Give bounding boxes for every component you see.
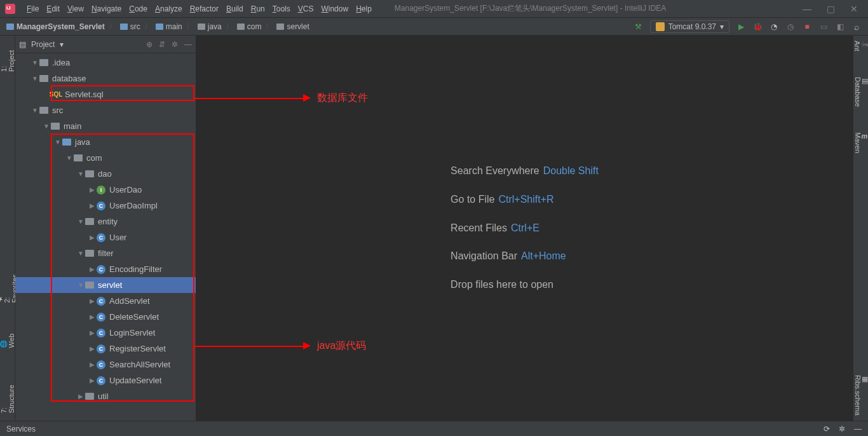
pkg-icon (85, 282, 94, 289)
tree-row[interactable]: CUserDaoImpl (15, 198, 196, 214)
tree-row[interactable]: com (15, 150, 196, 166)
tree-row[interactable]: IUserDao (15, 182, 196, 198)
breadcrumb-item[interactable]: ManagerSystem_Servlet (6, 22, 105, 31)
status-restore-icon[interactable]: ⟳ (824, 425, 830, 433)
build-icon[interactable]: ⚒ (634, 22, 644, 32)
tree-arrow-icon[interactable] (76, 393, 85, 400)
tree-row[interactable]: dao (15, 166, 196, 182)
menu-help[interactable]: Help (352, 4, 376, 13)
tree-row[interactable]: util (15, 388, 196, 404)
menu-refactor[interactable]: Refactor (186, 4, 222, 13)
maximize-button[interactable]: ▢ (827, 4, 835, 14)
tree-arrow-icon[interactable] (88, 266, 97, 273)
tree-arrow-icon[interactable] (76, 218, 85, 225)
tree-row[interactable]: SQLServlet.sql (15, 86, 196, 102)
tab-structure[interactable]: 7: Structure (0, 376, 15, 416)
tree-row[interactable]: main (15, 118, 196, 134)
tree-label: Servlet.sql (65, 90, 104, 99)
menu-build[interactable]: Build (222, 4, 247, 13)
tree-row[interactable]: servlet (15, 277, 196, 293)
tree-arrow-icon[interactable] (88, 202, 97, 209)
tab-ant[interactable]: Ant (853, 41, 869, 51)
layout2-icon[interactable]: ◧ (835, 22, 845, 32)
locate-icon[interactable]: ⊕ (146, 40, 153, 49)
tree-arrow-icon[interactable] (88, 186, 97, 193)
breadcrumb-item[interactable]: servlet (276, 22, 309, 31)
status-settings-icon[interactable]: ✲ (839, 425, 845, 433)
menu-edit[interactable]: Edit (43, 4, 64, 13)
project-panel-title[interactable]: Project (31, 40, 55, 49)
layout-icon[interactable]: ▭ (818, 22, 829, 32)
folder-icon (156, 24, 163, 30)
tree-row[interactable]: CAddServlet (15, 293, 196, 309)
menu-view[interactable]: View (64, 4, 88, 13)
tree-arrow-icon[interactable] (88, 329, 97, 336)
tree-row[interactable]: database (15, 71, 196, 86)
expand-icon[interactable]: ⇵ (159, 40, 165, 49)
menu-vcs[interactable]: VCS (294, 4, 318, 13)
tree-arrow-icon[interactable] (88, 345, 97, 352)
tree-row[interactable]: .idea (15, 55, 196, 71)
close-button[interactable]: ✕ (850, 4, 858, 14)
tree-row[interactable]: CRegisterServlet (15, 341, 196, 357)
tree-row[interactable]: CDeleteServlet (15, 309, 196, 325)
breadcrumb-item[interactable]: java (198, 22, 222, 31)
tree-row[interactable]: CUpdateServlet (15, 372, 196, 388)
tree-arrow-icon[interactable] (42, 123, 51, 130)
debug-icon[interactable]: 🐞 (752, 22, 763, 32)
project-tree[interactable]: .ideadatabaseSQLServlet.sqlsrcmainjavaco… (15, 53, 196, 421)
status-hide-icon[interactable]: — (854, 425, 862, 433)
tree-row[interactable]: filter (15, 245, 196, 261)
profile-icon[interactable]: ◷ (785, 22, 796, 32)
tree-arrow-icon[interactable] (76, 282, 85, 289)
tree-arrow-icon[interactable] (31, 59, 39, 66)
breadcrumb-item[interactable]: src (120, 22, 140, 31)
run-config-selector[interactable]: Tomcat 9.0.37 ▾ (650, 20, 729, 33)
menu-analyze[interactable]: Analyze (151, 4, 186, 13)
tree-row[interactable]: entity (15, 214, 196, 229)
settings-icon[interactable]: ✲ (172, 40, 178, 49)
tab-maven[interactable]: Maven (854, 132, 868, 153)
tree-row[interactable]: src (15, 102, 196, 118)
pkg-icon (74, 154, 83, 161)
tree-row[interactable]: CEncodingFilter (15, 261, 196, 277)
menu-code[interactable]: Code (125, 4, 151, 13)
tree-row[interactable]: CLoginServlet (15, 325, 196, 341)
tab-ribs[interactable]: Ribs.schema (854, 375, 868, 416)
coverage-icon[interactable]: ◔ (769, 22, 779, 32)
tree-row[interactable]: java (15, 134, 196, 150)
pkg-icon (85, 393, 94, 400)
tree-arrow-icon[interactable] (88, 361, 97, 368)
breadcrumb[interactable]: ManagerSystem_Servlet〉src〉main〉java〉com〉… (6, 21, 309, 32)
search-icon[interactable]: ⌕ (851, 22, 862, 32)
menu-run[interactable]: Run (247, 4, 269, 13)
stop-icon[interactable]: ■ (802, 22, 812, 32)
menu-file[interactable]: File (23, 4, 43, 13)
tree-arrow-icon[interactable] (76, 250, 85, 257)
tab-web[interactable]: Web (0, 331, 15, 350)
breadcrumb-item[interactable]: main (156, 22, 182, 31)
tree-arrow-icon[interactable] (88, 234, 97, 241)
run-icon[interactable]: ▶ (736, 22, 746, 32)
tab-project[interactable]: 1: Project (0, 41, 15, 74)
tree-arrow-icon[interactable] (53, 139, 62, 146)
menu-window[interactable]: Window (317, 4, 352, 13)
minimize-button[interactable]: — (803, 4, 811, 14)
bfolder-icon (62, 139, 71, 146)
hide-icon[interactable]: — (184, 40, 192, 49)
tab-database[interactable]: Database (854, 77, 868, 107)
tree-row[interactable]: CSearchAllServlet (15, 357, 196, 372)
tree-arrow-icon[interactable] (88, 297, 97, 304)
dropdown-icon[interactable]: ▾ (60, 40, 64, 49)
services-button[interactable]: Services (6, 425, 36, 433)
tree-arrow-icon[interactable] (65, 154, 74, 161)
tree-arrow-icon[interactable] (76, 170, 85, 177)
menu-tools[interactable]: Tools (269, 4, 294, 13)
tree-arrow-icon[interactable] (31, 75, 39, 82)
tree-row[interactable]: CUser (15, 229, 196, 245)
tree-arrow-icon[interactable] (88, 377, 97, 384)
breadcrumb-item[interactable]: com (237, 22, 262, 31)
tree-arrow-icon[interactable] (31, 107, 39, 114)
tree-arrow-icon[interactable] (88, 313, 97, 320)
menu-navigate[interactable]: Navigate (88, 4, 125, 13)
